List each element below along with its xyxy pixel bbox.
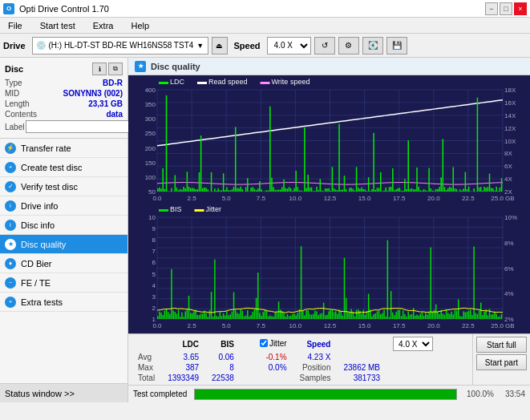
stats-avg-row: Avg 3.65 0.06 -0.1% 4.23 X xyxy=(131,352,439,362)
minimize-button[interactable]: − xyxy=(485,2,498,15)
mid-bar: LDC BIS Jitter Speed xyxy=(128,334,530,385)
ldc-chart xyxy=(131,79,527,203)
charts-container xyxy=(128,75,530,333)
disc-contents-label: Contents xyxy=(5,110,37,119)
sidebar-item-transfer-rate[interactable]: ⚡ Transfer rate xyxy=(0,139,127,158)
fe-te-icon: ~ xyxy=(5,277,16,289)
sidebar-item-create-test-disc[interactable]: + Create test disc xyxy=(0,158,127,177)
disc-quality-header-icon: ★ xyxy=(135,61,146,72)
disc-info-icon-btn[interactable]: ℹ xyxy=(92,63,107,75)
stats-samples-label: Samples xyxy=(293,373,338,383)
status-window-bar[interactable]: Status window >> xyxy=(0,383,127,402)
content-header: ★ Disc quality xyxy=(128,58,530,75)
sidebar-item-disc-info[interactable]: i Disc info xyxy=(0,216,127,235)
controls-right: Start full Start part xyxy=(472,334,530,385)
stats-max-bis: 8 xyxy=(205,362,241,373)
close-button[interactable]: × xyxy=(514,2,527,15)
nav-drive-info-label: Drive info xyxy=(21,201,58,211)
menu-file[interactable]: File xyxy=(3,19,27,32)
drive-info-icon: i xyxy=(5,200,16,212)
start-full-button[interactable]: Start full xyxy=(476,337,527,353)
disc-copy-icon-btn[interactable]: ⧉ xyxy=(108,63,123,75)
sidebar-item-fe-te[interactable]: ~ FE / TE xyxy=(0,273,127,293)
stats-samples-value: 381733 xyxy=(337,373,386,383)
nav-disc-quality-label: Disc quality xyxy=(21,240,66,249)
menu-start-test[interactable]: Start test xyxy=(35,19,80,32)
disc-contents-value: data xyxy=(106,110,123,119)
stats-avg-label: Avg xyxy=(131,352,161,362)
speed-select-stats[interactable]: 4.0 X 2.0 X xyxy=(393,337,433,351)
verify-test-disc-icon: ✓ xyxy=(5,181,16,192)
drive-dropdown-arrow[interactable]: ▼ xyxy=(196,42,204,50)
save-button[interactable]: 💾 xyxy=(386,37,407,55)
nav-fe-te-label: FE / TE xyxy=(21,278,51,288)
stats-position-label: Position xyxy=(293,362,338,373)
stats-header-jitter: Jitter xyxy=(253,336,293,352)
progress-bar-container: Test completed 100.0% 33:54 xyxy=(128,385,530,402)
menu-extra[interactable]: Extra xyxy=(88,19,119,32)
stats-position-value: 23862 MB xyxy=(337,362,386,373)
jitter-checkbox[interactable] xyxy=(260,339,268,347)
disc-mid-label: MID xyxy=(5,89,19,98)
transfer-rate-icon: ⚡ xyxy=(5,143,16,154)
drive-select[interactable]: 💿 (H:) HL-DT-ST BD-RE WH16NS58 TST4 ▼ xyxy=(32,37,208,55)
nav-cd-bier-label: CD Bier xyxy=(21,259,52,269)
sidebar-item-cd-bier[interactable]: ♦ CD Bier xyxy=(0,254,127,273)
menu-bar: File Start test Extra Help xyxy=(0,18,530,34)
sidebar-item-disc-quality[interactable]: ★ Disc quality xyxy=(0,235,127,254)
jitter-label: Jitter xyxy=(269,339,287,348)
elapsed-time: 33:54 xyxy=(505,390,525,398)
disc-length-label: Length xyxy=(5,99,30,108)
menu-help[interactable]: Help xyxy=(126,19,154,32)
disc-title: Disc xyxy=(5,64,23,74)
sidebar-item-drive-info[interactable]: i Drive info xyxy=(0,196,127,216)
stats-max-ldc: 387 xyxy=(161,362,205,373)
disc-length-value: 23,31 GB xyxy=(88,99,123,108)
stats-total-ldc: 1393349 xyxy=(161,373,205,383)
stats-controls: LDC BIS Jitter Speed xyxy=(128,333,530,385)
status-window-label: Status window >> xyxy=(5,389,75,398)
sidebar-item-extra-tests[interactable]: + Extra tests xyxy=(0,293,127,312)
disc-type-value: BD-R xyxy=(103,79,123,87)
settings-button[interactable]: ⚙ xyxy=(338,37,359,55)
eject-button[interactable]: ⏏ xyxy=(212,37,228,55)
disc-section: Disc ℹ ⧉ Type BD-R MID SONYNN3 (002) Len… xyxy=(0,58,127,139)
disc-label-input[interactable] xyxy=(26,120,132,133)
start-part-button[interactable]: Start part xyxy=(476,354,527,370)
stats-total-label: Total xyxy=(131,373,161,383)
stats-header-speed: Speed xyxy=(293,336,338,352)
nav-extra-tests-label: Extra tests xyxy=(21,297,63,307)
disc-type-label: Type xyxy=(5,79,22,87)
refresh-button[interactable]: ↺ xyxy=(314,37,335,55)
stats-max-label: Max xyxy=(131,362,161,373)
extra-tests-icon: + xyxy=(5,297,16,308)
stats-header-ldc: LDC xyxy=(161,336,205,352)
stats-avg-bis: 0.06 xyxy=(205,352,241,362)
window-controls[interactable]: − □ × xyxy=(485,2,527,15)
progress-bar xyxy=(194,389,457,400)
sidebar-item-verify-test-disc[interactable]: ✓ Verify test disc xyxy=(0,177,127,196)
disc-label-row: Label ✎ xyxy=(5,120,123,133)
stats-total-row: Total 1393349 22538 Samples 381733 xyxy=(131,373,439,383)
disc-button[interactable]: 💽 xyxy=(362,37,383,55)
disc-mid-value: SONYNN3 (002) xyxy=(63,89,123,98)
speed-select[interactable]: 4.0 X 2.0 X 1.0 X xyxy=(267,37,311,55)
ldc-canvas xyxy=(131,79,527,203)
bis-chart xyxy=(131,206,527,330)
maximize-button[interactable]: □ xyxy=(500,2,512,15)
drive-name: (H:) HL-DT-ST BD-RE WH16NS58 TST4 xyxy=(49,41,194,50)
cd-bier-icon: ♦ xyxy=(5,258,16,269)
title-bar: O Opti Drive Control 1.70 − □ × xyxy=(0,0,530,18)
stats-avg-jitter: -0.1% xyxy=(253,352,293,362)
stats-total-bis: 22538 xyxy=(205,373,241,383)
stats-avg-ldc: 3.65 xyxy=(161,352,205,362)
nav-disc-info-label: Disc info xyxy=(21,220,55,230)
main-area: Disc ℹ ⧉ Type BD-R MID SONYNN3 (002) Len… xyxy=(0,58,530,402)
content-title: Disc quality xyxy=(151,62,200,71)
drive-label: Drive xyxy=(3,41,26,50)
stats-left: LDC BIS Jitter Speed xyxy=(128,334,472,385)
disc-mid-row: MID SONYNN3 (002) xyxy=(5,89,123,98)
disc-icon-buttons: ℹ ⧉ xyxy=(92,63,123,75)
create-test-disc-icon: + xyxy=(5,162,16,173)
disc-length-row: Length 23,31 GB xyxy=(5,99,123,108)
